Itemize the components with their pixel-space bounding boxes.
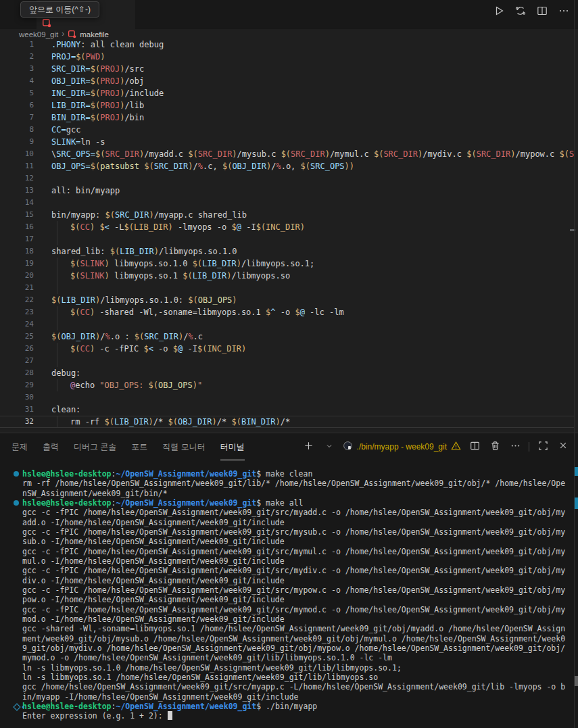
code-line-17[interactable]: 17: [0, 233, 574, 245]
terminal-list-item[interactable]: ./bin/myapp - week09_git: [343, 441, 461, 454]
code-line-4[interactable]: 4OBJ_DIR=$(PROJ)/obj: [0, 75, 574, 87]
line-number: 28: [0, 367, 34, 379]
close-panel-button[interactable]: [556, 440, 570, 454]
terminal-overview-mark: [575, 676, 578, 686]
code-line-28[interactable]: 28debug:: [0, 367, 574, 379]
code-line-25[interactable]: 25$(OBJ_DIR)/%.o : $(SRC_DIR)/%.c: [0, 331, 574, 343]
terminal-line: mod.o -I/home/hslee/OpenSW_Assignment/we…: [0, 614, 574, 624]
code-line-20[interactable]: 20$(SLINK) libmyops.so.1 $(LIB_DIR)/libm…: [0, 270, 574, 282]
makefile-breadcrumb-icon: [68, 30, 76, 39]
panel-tab-terminal[interactable]: 터미널: [220, 433, 245, 460]
code-line-18[interactable]: 18shared_lib: $(LIB_DIR)/libmyops.so.1.0: [0, 245, 574, 258]
code-line-11[interactable]: 11OBJ_OPS=$(patsubst $(SRC_DIR)/%.c, $(O…: [0, 160, 574, 172]
panel-tab-ports[interactable]: 포트: [131, 433, 147, 460]
terminal-line: add.o -I/home/hslee/OpenSW_Assignment/we…: [0, 518, 574, 527]
command-decoration-icon[interactable]: [14, 500, 19, 506]
code-line-3[interactable]: 3SRC_DIR=$(PROJ)/src: [0, 63, 574, 75]
code-line-8[interactable]: 8CC=gcc: [0, 124, 574, 136]
breadcrumb-folder[interactable]: week09_git: [19, 30, 58, 39]
editor[interactable]: 1.PHONY: all clean debug2PROJ=$(PWD)3SRC…: [0, 39, 574, 432]
panel-tab-output[interactable]: 출력: [43, 433, 59, 460]
code-line-22[interactable]: 22$(LIB_DIR)/libmyops.so.1.0: $(OBJ_OPS): [0, 294, 574, 306]
panel-actions: ./bin/myapp - week09_git: [302, 440, 570, 454]
terminal-line: div.o -I/home/hslee/OpenSW_Assignment/we…: [0, 576, 574, 585]
line-number: 22: [0, 294, 34, 306]
terminal-line: hslee@hslee-desktop:~/OpenSW_Assignment/…: [0, 498, 574, 508]
code-line-13[interactable]: 13all: bin/myapp: [0, 185, 574, 197]
breadcrumb-file[interactable]: makefile: [80, 30, 109, 39]
line-number: 32: [0, 416, 34, 428]
code-line-12[interactable]: 12: [0, 172, 574, 185]
line-number: 13: [0, 185, 34, 197]
terminal-more-actions-button[interactable]: [508, 440, 522, 454]
code-line-23[interactable]: 23$(CC) -shared -Wl,-soname=libmyops.so.…: [0, 306, 574, 318]
terminal-line: gcc -c -fPIC /home/hslee/OpenSW_Assignme…: [0, 605, 574, 614]
code-line-16[interactable]: 16$(CC) $< -L$(LIB_DIR) -lmyops -o $@ -I…: [0, 221, 574, 233]
split-terminal-icon: [470, 441, 480, 454]
split-editor-icon: [537, 5, 548, 19]
code-line-2[interactable]: 2PROJ=$(PWD): [0, 51, 574, 63]
terminal-line: in/myapp -I/home/hslee/OpenSW_Assignment…: [0, 692, 574, 702]
terminal-line: ment/week09_git/obj/mysub.o /home/hslee/…: [0, 634, 574, 644]
terminal-line: 9_git/obj/mydiv.o /home/hslee/OpenSW_Ass…: [0, 644, 574, 653]
code-line-9[interactable]: 9SLINK=ln -s: [0, 136, 574, 148]
line-number: 23: [0, 306, 34, 318]
code-line-1[interactable]: 1.PHONY: all clean debug: [0, 39, 574, 51]
panel-tab-debug-console[interactable]: 디버그 콘솔: [74, 433, 116, 460]
line-number: 27: [0, 355, 34, 367]
split-editor-button[interactable]: [533, 4, 551, 20]
code-line-31[interactable]: 31clean:: [0, 404, 574, 416]
run-button[interactable]: [490, 4, 508, 20]
new-terminal-button[interactable]: [302, 440, 316, 454]
panel-tab-serial-monitor[interactable]: 직렬 모니터: [162, 433, 205, 460]
code-line-14[interactable]: 14: [0, 197, 574, 209]
maximize-panel-button[interactable]: [536, 440, 550, 454]
terminal-content[interactable]: hslee@hslee-desktop:~/OpenSW_Assignment/…: [0, 469, 574, 721]
split-terminal-button[interactable]: [468, 440, 481, 454]
line-number: 20: [0, 270, 34, 282]
code-line-21[interactable]: 21: [0, 282, 574, 294]
command-decoration-icon[interactable]: [14, 471, 19, 477]
terminal-overview-mark: [575, 467, 578, 476]
code-line-7[interactable]: 7BIN_DIR=$(PROJ)/bin: [0, 112, 574, 124]
editor-lines: 1.PHONY: all clean debug2PROJ=$(PWD)3SRC…: [0, 39, 574, 428]
more-actions-button[interactable]: [555, 4, 573, 20]
line-number: 11: [0, 160, 34, 172]
terminal-profile-dropdown[interactable]: [322, 440, 336, 454]
line-number: 19: [0, 258, 34, 270]
code-line-19[interactable]: 19$(SLINK) libmyops.so.1.0 $(LIB_DIR)/li…: [0, 258, 574, 270]
line-number: 16: [0, 221, 34, 233]
code-line-30[interactable]: 30: [0, 391, 574, 404]
code-line-15[interactable]: 15bin/myapp: $(SRC_DIR)/myapp.c shared_l…: [0, 209, 574, 221]
line-number: 14: [0, 197, 34, 209]
code-line-27[interactable]: 27: [0, 355, 574, 367]
tooltip-go-forward: 앞으로 이동(^⇧-): [20, 1, 99, 18]
panel-tab-problems[interactable]: 문제: [11, 433, 28, 460]
terminal-line: mymod.o -o /home/hslee/OpenSW_Assignment…: [0, 653, 574, 662]
code-line-6[interactable]: 6LIB_DIR=$(PROJ)/lib: [0, 99, 574, 112]
code-line-10[interactable]: 10\SRC_OPS=$(SRC_DIR)/myadd.c $(SRC_DIR)…: [0, 148, 574, 160]
terminal-line: mul.o -I/home/hslee/OpenSW_Assignment/we…: [0, 556, 574, 566]
chevron-right-icon: ›: [62, 29, 64, 39]
line-number: 3: [0, 63, 34, 75]
terminal-line: gcc -c -fPIC /home/hslee/OpenSW_Assignme…: [0, 527, 574, 537]
line-number: 24: [0, 318, 34, 331]
code-line-24[interactable]: 24: [0, 318, 574, 331]
code-line-29[interactable]: 29@echo "OBJ_OPS: $(OBJ_OPS)": [0, 379, 574, 391]
code-line-5[interactable]: 5INC_DIR=$(PROJ)/include: [0, 87, 574, 99]
command-running-decoration-icon[interactable]: [13, 703, 20, 710]
ellipsis-icon: [558, 5, 569, 19]
line-number: 26: [0, 343, 34, 355]
trash-icon: [490, 441, 500, 454]
makefile-file-icon: [42, 18, 51, 28]
line-number: 17: [0, 233, 34, 245]
terminal-line: gcc -c -fPIC /home/hslee/OpenSW_Assignme…: [0, 508, 574, 517]
line-number: 29: [0, 379, 34, 391]
warning-icon: [451, 441, 461, 454]
code-line-32[interactable]: 32rm -rf $(LIB_DIR)/* $(OBJ_DIR)/* $(BIN…: [0, 416, 574, 428]
expand-icon: [538, 441, 548, 454]
kill-terminal-button[interactable]: [488, 440, 502, 454]
code-line-26[interactable]: 26$(CC) -c -fPIC $< -o $@ -I$(INC_DIR): [0, 343, 574, 355]
run-recent-button[interactable]: [512, 4, 529, 20]
terminal-line: gcc -c -fPIC /home/hslee/OpenSW_Assignme…: [0, 585, 574, 595]
